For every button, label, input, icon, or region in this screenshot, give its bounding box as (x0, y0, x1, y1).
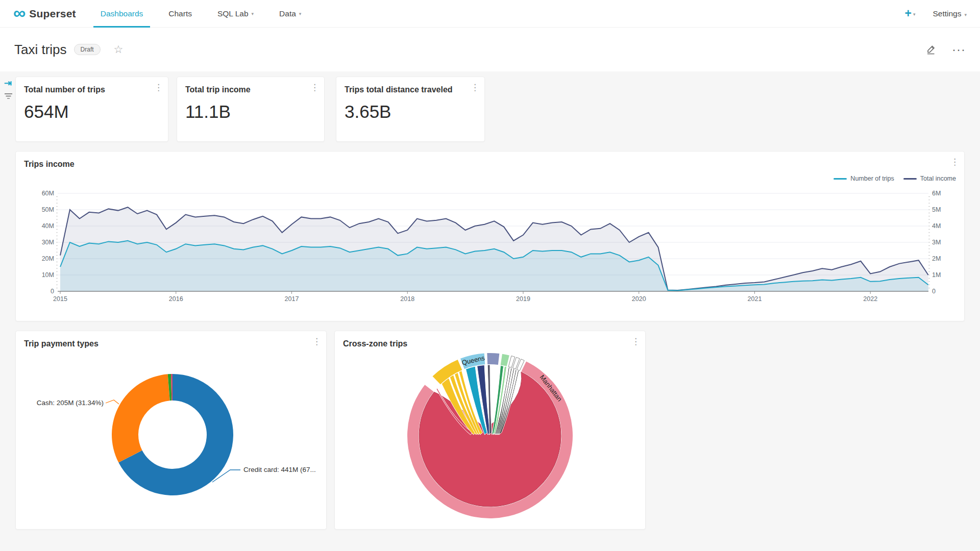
brand-name: Superset (29, 8, 76, 20)
svg-text:50M: 50M (42, 206, 54, 213)
filter-icon[interactable] (4, 93, 13, 102)
trips-income-chart-card: Trips income ⋮ Number of trips Total inc… (15, 151, 965, 321)
svg-text:2M: 2M (932, 255, 941, 262)
kpi-title: Trips total distance traveled (345, 85, 453, 94)
svg-text:30M: 30M (42, 239, 54, 246)
svg-text:Cash: 205M (31.34%): Cash: 205M (31.34%) (37, 399, 104, 407)
nav-item-charts[interactable]: Charts (165, 0, 195, 28)
more-options-icon[interactable]: ··· (952, 42, 966, 57)
svg-text:2017: 2017 (285, 295, 299, 303)
plus-icon: + (904, 7, 911, 20)
trips-income-chart: 20152016201720182019202020212022010M20M3… (16, 175, 964, 321)
nav-item-data[interactable]: Data▾ (276, 0, 304, 28)
svg-text:10M: 10M (42, 271, 54, 279)
trip-payment-types-card: Trip payment types ⋮ Cash: 205M (31.34%)… (15, 331, 327, 530)
chevron-down-icon: ▾ (964, 12, 967, 17)
kpi-value: 654M (24, 102, 69, 122)
chevron-down-icon: ▾ (299, 11, 302, 16)
kpi-card-total-trips: Total number of trips ⋮ 654M (15, 77, 168, 142)
chevron-down-icon: ▾ (913, 12, 916, 17)
settings-menu[interactable]: Settings▾ (933, 9, 967, 18)
kpi-card-trip-income: Total trip income ⋮ 11.1B (177, 77, 325, 142)
superset-logo[interactable]: ∞ Superset (13, 6, 76, 21)
page-title: Taxi trips (14, 42, 67, 58)
svg-text:60M: 60M (42, 190, 54, 197)
kpi-value: 11.1B (185, 102, 231, 122)
kpi-card-total-distance: Trips total distance traveled ⋮ 3.65B (336, 77, 485, 142)
svg-text:2021: 2021 (748, 295, 762, 303)
expand-filter-bar-icon[interactable]: ⇥ (4, 78, 12, 89)
status-badge: Draft (74, 44, 101, 55)
kpi-value: 3.65B (345, 102, 391, 122)
cross-zone-chord-diagram: QueensManhattan (335, 331, 645, 529)
superset-infinity-icon: ∞ (13, 4, 26, 21)
nav-menu: Dashboards Charts SQL Lab▾ Data▾ (97, 0, 324, 28)
nav-item-sql-lab[interactable]: SQL Lab▾ (214, 0, 257, 28)
svg-text:2022: 2022 (863, 295, 877, 303)
svg-text:5M: 5M (932, 206, 941, 213)
cross-zone-trips-card: Cross-zone trips ⋮ QueensManhattan (334, 331, 646, 530)
svg-text:20M: 20M (42, 255, 54, 262)
kpi-title: Total trip income (185, 85, 251, 94)
payment-types-donut-chart: Cash: 205M (31.34%)Credit card: 441M (67… (16, 331, 326, 529)
svg-text:2015: 2015 (53, 295, 67, 303)
svg-text:6M: 6M (932, 190, 941, 197)
chevron-down-icon: ▾ (252, 11, 254, 16)
kebab-menu-icon[interactable]: ⋮ (950, 158, 959, 166)
svg-text:3M: 3M (932, 239, 941, 246)
favorite-star-icon[interactable]: ☆ (114, 43, 124, 56)
svg-text:Credit card: 441M (67...: Credit card: 441M (67... (243, 466, 316, 473)
svg-text:0: 0 (51, 288, 54, 295)
kebab-menu-icon[interactable]: ⋮ (471, 83, 479, 92)
svg-text:2018: 2018 (400, 295, 414, 303)
svg-text:40M: 40M (42, 222, 54, 230)
svg-text:4M: 4M (932, 222, 941, 230)
svg-text:0: 0 (932, 288, 936, 295)
svg-text:2020: 2020 (632, 295, 646, 303)
svg-text:2019: 2019 (516, 295, 530, 303)
chart-title: Trips income (24, 160, 75, 169)
new-item-button[interactable]: +▾ (904, 8, 915, 19)
nav-item-dashboards[interactable]: Dashboards (97, 0, 146, 28)
kpi-title: Total number of trips (24, 85, 105, 94)
edit-pencil-icon[interactable] (925, 44, 937, 55)
top-nav: ∞ Superset Dashboards Charts SQL Lab▾ Da… (0, 0, 980, 28)
kebab-menu-icon[interactable]: ⋮ (154, 83, 163, 92)
svg-text:1M: 1M (932, 271, 941, 279)
dashboard-header: Taxi trips Draft ☆ ··· (0, 28, 980, 71)
svg-text:2016: 2016 (169, 295, 183, 303)
kebab-menu-icon[interactable]: ⋮ (310, 83, 319, 92)
